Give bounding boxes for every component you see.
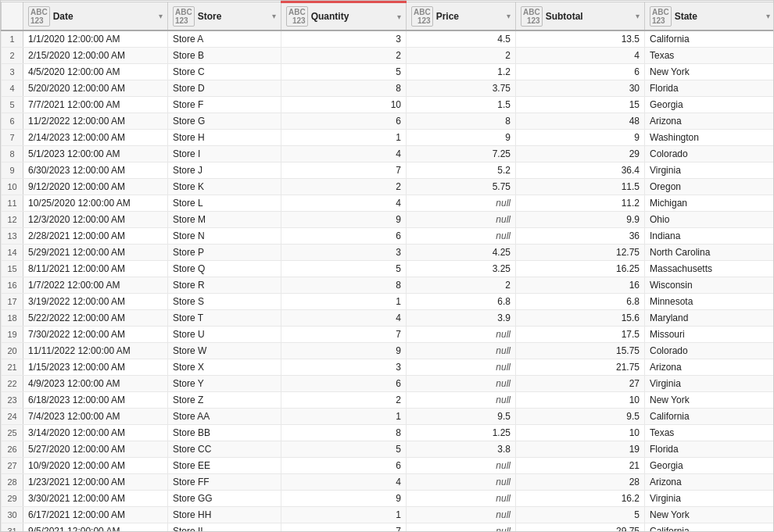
cell-date: 6/30/2023 12:00:00 AM (23, 162, 168, 179)
cell-store: Store A (168, 30, 281, 48)
cell-store: Store Y (168, 376, 281, 392)
table-row[interactable]: 281/23/2021 12:00:00 AMStore FF4null28Ar… (2, 474, 775, 491)
cell-rownum: 1 (2, 30, 23, 48)
sort-icon-state[interactable]: ▾ (766, 12, 770, 20)
cell-subtotal: 27 (516, 376, 645, 392)
cell-rownum: 6 (2, 113, 23, 130)
table-row[interactable]: 57/7/2021 12:00:00 AMStore F101.515Georg… (2, 97, 775, 113)
table-row[interactable]: 109/12/2020 12:00:00 AMStore K25.7511.5O… (2, 179, 775, 195)
table-row[interactable]: 132/28/2021 12:00:00 AMStore N6null36Ind… (2, 228, 775, 245)
cell-quantity: 2 (281, 392, 407, 409)
table-row[interactable]: 158/11/2021 12:00:00 AMStore Q53.2516.25… (2, 261, 775, 277)
table-row[interactable]: 253/14/2020 12:00:00 AMStore BB81.2510Te… (2, 425, 775, 441)
cell-state: Colorado (645, 146, 775, 162)
cell-quantity: 7 (281, 327, 407, 343)
cell-state: Florida (645, 441, 775, 458)
cell-quantity: 8 (281, 277, 407, 294)
cell-quantity: 9 (281, 212, 407, 228)
table-row[interactable]: 611/2/2022 12:00:00 AMStore G6848Arizona (2, 113, 775, 130)
table-row[interactable]: 96/30/2023 12:00:00 AMStore J75.236.4Vir… (2, 162, 775, 179)
cell-date: 1/23/2021 12:00:00 AM (23, 474, 168, 491)
cell-store: Store FF (168, 474, 281, 491)
cell-date: 5/1/2023 12:00:00 AM (23, 146, 168, 162)
table-row[interactable]: 197/30/2022 12:00:00 AMStore U7null17.5M… (2, 327, 775, 343)
table-row[interactable]: 11/1/2020 12:00:00 AMStore A34.513.5Cali… (2, 30, 775, 48)
cell-store: Store J (168, 162, 281, 179)
table-row[interactable]: 2710/9/2020 12:00:00 AMStore EE6null21Ge… (2, 458, 775, 474)
table-row[interactable]: 161/7/2022 12:00:00 AMStore R8216Wiscons… (2, 277, 775, 294)
col-header-subtotal[interactable]: ABC123 Subtotal ▾ (516, 2, 645, 31)
data-table[interactable]: ABC123 Date ▾ ABC123 Store ▾ ABC123 (0, 0, 774, 532)
sort-icon-date[interactable]: ▾ (159, 12, 163, 20)
cell-price: 6.8 (407, 294, 516, 310)
cell-store: Store F (168, 97, 281, 113)
cell-store: Store N (168, 228, 281, 245)
cell-state: New York (645, 64, 775, 80)
table-row[interactable]: 72/14/2023 12:00:00 AMStore H199Washingt… (2, 130, 775, 146)
cell-state: Virginia (645, 162, 775, 179)
col-header-rownum[interactable] (2, 2, 23, 31)
cell-price: 1.2 (407, 64, 516, 80)
col-header-state[interactable]: ABC123 State ▾ (645, 2, 775, 31)
cell-state: Virginia (645, 491, 775, 507)
cell-quantity: 8 (281, 425, 407, 441)
table-row[interactable]: 319/5/2021 12:00:00 AMStore II7null29.75… (2, 523, 775, 533)
cell-date: 8/11/2021 12:00:00 AM (23, 261, 168, 277)
cell-quantity: 10 (281, 97, 407, 113)
table-row[interactable]: 2011/11/2022 12:00:00 AMStore W9null15.7… (2, 343, 775, 359)
cell-rownum: 17 (2, 294, 23, 310)
table-row[interactable]: 1212/3/2020 12:00:00 AMStore M9null9.9Oh… (2, 212, 775, 228)
cell-date: 1/7/2022 12:00:00 AM (23, 277, 168, 294)
col-header-store[interactable]: ABC123 Store ▾ (168, 2, 281, 31)
table-row[interactable]: 306/17/2021 12:00:00 AMStore HH1null5New… (2, 507, 775, 523)
cell-rownum: 13 (2, 228, 23, 245)
col-header-quantity[interactable]: ABC123 Quantity ▾ (281, 2, 407, 31)
cell-date: 4/5/2020 12:00:00 AM (23, 64, 168, 80)
table-row[interactable]: 236/18/2023 12:00:00 AMStore Z2null10New… (2, 392, 775, 409)
cell-price: 4.5 (407, 30, 516, 48)
sort-icon-subtotal[interactable]: ▾ (636, 12, 640, 20)
table-row[interactable]: 265/27/2020 12:00:00 AMStore CC53.819Flo… (2, 441, 775, 458)
cell-rownum: 15 (2, 261, 23, 277)
table-row[interactable]: 211/15/2023 12:00:00 AMStore X3null21.75… (2, 359, 775, 376)
table-body: 11/1/2020 12:00:00 AMStore A34.513.5Cali… (2, 30, 775, 532)
cell-subtotal: 29 (516, 146, 645, 162)
table-row[interactable]: 224/9/2023 12:00:00 AMStore Y6null27Virg… (2, 376, 775, 392)
table-row[interactable]: 1110/25/2020 12:00:00 AMStore L4null11.2… (2, 195, 775, 212)
col-header-date[interactable]: ABC123 Date ▾ (23, 2, 168, 31)
cell-subtotal: 13.5 (516, 30, 645, 48)
cell-quantity: 7 (281, 162, 407, 179)
table-row[interactable]: 185/22/2022 12:00:00 AMStore T43.915.6Ma… (2, 310, 775, 327)
table-row[interactable]: 247/4/2023 12:00:00 AMStore AA19.59.5Cal… (2, 409, 775, 425)
table-row[interactable]: 173/19/2022 12:00:00 AMStore S16.86.8Min… (2, 294, 775, 310)
cell-state: New York (645, 392, 775, 409)
cell-rownum: 26 (2, 441, 23, 458)
table-row[interactable]: 22/15/2020 12:00:00 AMStore B224Texas (2, 48, 775, 64)
cell-rownum: 30 (2, 507, 23, 523)
cell-rownum: 3 (2, 64, 23, 80)
sort-icon-store[interactable]: ▾ (272, 12, 276, 20)
cell-subtotal: 11.2 (516, 195, 645, 212)
cell-date: 11/2/2022 12:00:00 AM (23, 113, 168, 130)
cell-state: Texas (645, 48, 775, 64)
col-type-store: ABC123 (173, 6, 195, 27)
table-row[interactable]: 45/20/2020 12:00:00 AMStore D83.7530Flor… (2, 80, 775, 97)
cell-subtotal: 12.75 (516, 245, 645, 261)
cell-subtotal: 4 (516, 48, 645, 64)
table-row[interactable]: 145/29/2021 12:00:00 AMStore P34.2512.75… (2, 245, 775, 261)
sort-icon-quantity[interactable]: ▾ (397, 12, 401, 21)
cell-state: North Carolina (645, 245, 775, 261)
cell-price: null (407, 359, 516, 376)
sort-icon-price[interactable]: ▾ (507, 12, 511, 20)
table-row[interactable]: 293/30/2021 12:00:00 AMStore GG9null16.2… (2, 491, 775, 507)
cell-price: 8 (407, 113, 516, 130)
cell-date: 5/22/2022 12:00:00 AM (23, 310, 168, 327)
cell-rownum: 21 (2, 359, 23, 376)
table-row[interactable]: 34/5/2020 12:00:00 AMStore C51.26New Yor… (2, 64, 775, 80)
cell-subtotal: 30 (516, 80, 645, 97)
cell-quantity: 8 (281, 80, 407, 97)
cell-quantity: 5 (281, 261, 407, 277)
table-row[interactable]: 85/1/2023 12:00:00 AMStore I47.2529Color… (2, 146, 775, 162)
col-header-price[interactable]: ABC123 Price ▾ (407, 2, 516, 31)
cell-price: 2 (407, 48, 516, 64)
